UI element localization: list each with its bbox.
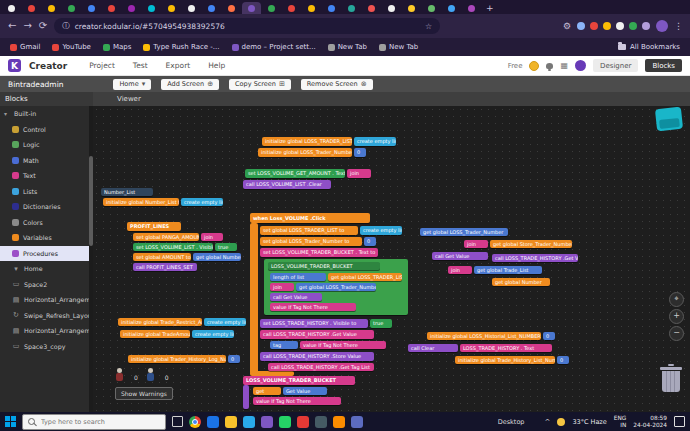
browser-menu-icon[interactable]: ⋮ [674,21,682,31]
extension-icon[interactable] [577,22,585,30]
code-block[interactable] [250,223,258,375]
code-block[interactable]: Number_List [101,188,153,196]
task-view-icon[interactable] [172,416,183,427]
sidebar-category-item[interactable]: Variables [0,230,93,246]
sidebar-category-item[interactable]: Procedures [0,246,93,262]
sidebar-category-item[interactable]: Colors [0,215,93,231]
action-center-icon[interactable] [674,416,685,427]
code-block[interactable]: initialize global LOSS_Trader_Number to [258,148,352,157]
add-screen-button[interactable]: Add Screen ⊕ [161,79,219,90]
menu-item[interactable]: Test [133,61,148,70]
code-block[interactable]: create empty list [204,318,246,326]
bookmark-item[interactable]: New Tab [379,43,418,51]
code-block[interactable]: 0 [228,355,240,363]
extension-icon[interactable] [642,22,650,30]
code-block[interactable]: call LOSS_TRADE_HISTORY .Get Value [260,330,374,339]
browser-tab[interactable] [62,2,81,14]
code-block[interactable]: initialize global LOSS_TRADER_LIST to [262,137,352,146]
taskbar-app-icon[interactable] [207,416,219,428]
component-tree-item[interactable]: ▭ Space2 [0,277,93,293]
code-block[interactable]: initialize global Number_List to [103,198,179,206]
code-block[interactable]: initialize global Trader_History_Log_Num… [128,355,226,363]
bookmark-star-icon[interactable]: ☆ [425,22,432,31]
code-block[interactable]: call PROFIT_LINES_SET [133,263,197,271]
code-block[interactable]: set global PANGA_AMOUNT to [133,233,199,241]
sidebar-category-item[interactable]: Logic [0,137,93,153]
code-block[interactable]: set LOSS_VOLUME_TRADER_BUCKET . Text to [260,248,378,257]
component-tree-item[interactable]: ▾ Home [0,261,93,277]
code-block[interactable]: initialize global Trade_History_List_Num… [455,356,555,364]
code-block[interactable]: get [253,387,281,395]
code-block[interactable]: true [370,319,392,328]
sidebar-category-item[interactable]: Dictionaries [0,199,93,215]
code-block[interactable]: get global Store_Trader_Number [490,240,572,248]
extensions-puzzle-icon[interactable]: ⚙ [563,21,571,31]
browser-tab[interactable] [282,2,301,14]
blocks-toggle-button[interactable]: Blocks [645,59,682,72]
chrome-taskbar-icon[interactable] [189,416,201,428]
new-tab-button[interactable]: + [486,2,494,14]
desktop-toolbar-label[interactable]: Desktop [498,418,525,426]
address-bar[interactable]: ⓘ creator.kodular.io/#5704954938392576 ☆ [54,18,440,34]
code-block[interactable]: create empty list [354,137,396,146]
browser-tab[interactable] [222,2,241,14]
taskbar-app-icon[interactable] [333,416,345,428]
bookmark-item[interactable]: New Tab [328,43,367,51]
browser-tab[interactable] [142,2,161,14]
taskbar-app-icon[interactable] [261,416,273,428]
user-avatar[interactable] [575,60,586,71]
code-block[interactable]: Get Value [283,387,327,395]
browser-tab[interactable] [422,2,441,14]
zoom-in-button[interactable]: + [669,309,684,324]
browser-tab[interactable] [462,2,481,14]
kodular-logo[interactable]: K [8,59,21,72]
forward-icon[interactable]: → [23,21,31,31]
code-block[interactable]: get global Number [193,253,241,261]
taskbar-app-icon[interactable] [225,416,237,428]
code-block[interactable]: initialize global LOSS_Historial_List_NU… [427,332,541,340]
screen-selector-dropdown[interactable]: Home ▾ [113,79,151,90]
code-block[interactable]: join [448,266,472,274]
code-block[interactable]: set LOSS_VOLUME_LIST . Visible to [133,243,213,251]
browser-tab[interactable] [182,2,201,14]
tray-chevron-icon[interactable]: ^ [545,418,551,426]
code-block[interactable]: set global LOSS_TRADER_LIST to [260,226,358,235]
menu-item[interactable]: Help [208,61,225,70]
code-block[interactable]: 0 [557,356,569,364]
taskbar-search[interactable] [22,414,166,430]
code-block[interactable]: join [347,169,371,178]
code-block[interactable]: call LOSS_TRADE_HISTORY .Get Value [492,254,578,262]
all-bookmarks-button[interactable]: All Bookmarks [618,43,680,51]
code-block[interactable]: get global Trade_List [474,266,542,274]
code-block[interactable]: call LOSS_VOLUME_LIST .Clear [243,180,331,189]
extension-icon[interactable] [629,22,637,30]
component-tree-item[interactable]: ↻ Swipe_Refresh_Layout1 [0,308,93,324]
code-block[interactable]: get global LOSS_Trader_Number [420,228,508,236]
zoom-center-button[interactable]: ⌖ [669,292,684,307]
designer-toggle-button[interactable]: Designer [593,59,638,72]
taskbar-app-icon[interactable] [315,416,327,428]
blocks-canvas[interactable]: initialize global LOSS_TRADER_LIST to cr… [93,92,690,412]
bookmark-item[interactable]: YouTube [52,43,90,51]
taskbar-app-icon[interactable] [243,416,255,428]
code-block[interactable]: call Get Value [270,293,322,301]
code-block[interactable]: initialize global TradeAmount to [120,330,190,338]
code-block[interactable]: 0 [364,237,376,246]
browser-tab[interactable] [242,2,261,14]
copy-screen-button[interactable]: Copy Screen ⊞ [229,79,291,90]
notifications-bell-icon[interactable] [546,63,553,69]
code-block[interactable]: tag [270,341,298,349]
code-block[interactable]: value If Tag Not There [270,303,356,311]
weather-text[interactable]: 33°C Haze [572,418,606,426]
code-block[interactable]: join [464,240,488,248]
code-block[interactable]: join [201,233,223,241]
back-icon[interactable]: ← [8,21,16,31]
code-block[interactable]: LOSS_VOLUME_TRADER_BUCKET [268,262,380,270]
bookmark-item[interactable]: Maps [103,43,131,51]
reload-icon[interactable]: ⟳ [39,21,47,31]
browser-tab[interactable] [22,2,41,14]
code-block[interactable]: when Loss_VOLUME .Click [250,213,370,223]
apps-grid-icon[interactable]: ▦ [560,62,568,70]
browser-tab[interactable] [302,2,321,14]
code-block[interactable]: get global LOSS_Trader_Number [296,283,376,291]
